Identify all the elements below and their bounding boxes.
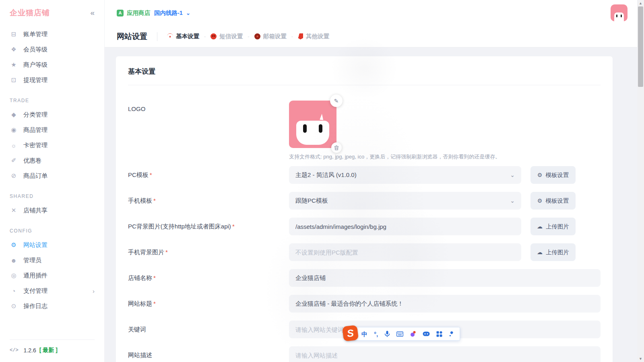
sidebar-item-cardkey[interactable]: ☼ 卡密管理 (0, 138, 104, 153)
trash-icon (334, 145, 339, 150)
payment-icon: ◔ (10, 288, 18, 294)
sidebar-item-member-level[interactable]: ❖ 会员等级 (0, 42, 104, 57)
logo-eye (303, 124, 307, 133)
sidebar-nav: ⊟ 账单管理 ❖ 会员等级 ★ 商户等级 ⊡ 提现管理 TRADE ◆ 分类管理… (0, 26, 104, 339)
pc-template-settings-button[interactable]: ⚙ 模板设置 (530, 166, 576, 184)
sidebar-item-label: 店铺共享 (23, 207, 47, 214)
sidebar-item-label: 商户等级 (23, 61, 47, 69)
sogou-logo-icon[interactable]: S (342, 325, 359, 341)
tab-separator: - (291, 33, 293, 39)
form-rows: LOGO (128, 85, 601, 362)
required-mark: * (165, 249, 168, 255)
logo-preview-wrap: ✎ (289, 101, 336, 148)
settings-card: 基本设置 LOGO (116, 56, 613, 362)
ime-punctuation-toggle[interactable]: °, (374, 331, 378, 337)
tab-other-settings[interactable]: 其他设置 (298, 33, 329, 40)
pc-background-input[interactable] (289, 218, 521, 235)
ime-settings-icon[interactable] (449, 331, 455, 337)
sidebar-item-payment[interactable]: ◔ 支付管理 › (0, 283, 104, 298)
code-icon: </> (10, 348, 19, 353)
chevron-down-icon: ⌄ (510, 197, 515, 204)
mobile-background-row: 手机背景图片* ☁ 上传图片 (128, 243, 601, 261)
scrollbar-thumb[interactable] (638, 6, 643, 87)
pencil-icon: ✎ (334, 98, 339, 104)
avatar-face (614, 12, 624, 21)
mobile-template-select[interactable]: 跟随PC模板 ⌄ (289, 192, 521, 210)
pc-background-upload-button[interactable]: ☁ 上传图片 (530, 218, 576, 235)
mobile-template-row: 手机模板* 跟随PC模板 ⌄ ⚙ 模板设置 (128, 192, 601, 210)
header-divider (157, 32, 157, 41)
mobile-background-input[interactable] (289, 243, 521, 261)
admin-icon: ☻ (10, 257, 18, 264)
tab-basic-settings[interactable]: 基本设置 (167, 33, 199, 40)
order-icon: ⊘ (10, 172, 18, 179)
coupon-icon: ✐ (10, 157, 18, 164)
scroll-down-arrow[interactable]: ▼ (637, 356, 644, 362)
sidebar-item-bills[interactable]: ⊟ 账单管理 (0, 27, 104, 42)
mobile-background-upload-button[interactable]: ☁ 上传图片 (530, 243, 576, 261)
logo-format-hint: 支持文件格式: png, jpg, jpeg, ico，更换后，记得强制刷新浏览… (289, 153, 500, 160)
logo-ahoge (320, 114, 324, 120)
sidebar-item-withdraw[interactable]: ⊡ 提现管理 (0, 72, 104, 88)
delete-logo-button[interactable] (331, 142, 342, 153)
sidebar-item-logs[interactable]: ⊙ 操作日志 (0, 298, 104, 314)
version-latest-badge[interactable]: [ 最新 ] (39, 347, 58, 354)
sidebar-header: 企业猫店铺 « (0, 0, 104, 26)
line-label: 国内线路-1 (154, 9, 183, 17)
section-label-shared: SHARED (10, 193, 95, 199)
section-title: 基本设置 (128, 56, 601, 76)
avatar-eye (616, 14, 617, 17)
site-title-input[interactable] (289, 295, 601, 313)
virtual-keyboard-icon[interactable] (396, 331, 403, 337)
emoji-picker-icon[interactable] (410, 331, 416, 337)
tab-sms-settings[interactable]: 短信设置 (211, 33, 243, 40)
app-store-icon: A (117, 10, 124, 16)
sidebar-item-label: 账单管理 (23, 31, 47, 38)
cloud-upload-icon: ☁ (537, 249, 543, 255)
sidebar-item-coupon[interactable]: ✐ 优惠卷 (0, 153, 104, 168)
member-level-icon: ❖ (10, 46, 18, 53)
shop-name-input[interactable] (289, 269, 601, 287)
sidebar-item-shop-share[interactable]: ✕ 店铺共享 (0, 203, 104, 218)
ime-toolbox-icon[interactable] (436, 331, 442, 337)
mobile-background-label: 手机背景图片* (128, 249, 289, 256)
sidebar-item-goods[interactable]: ◉ 商品管理 (0, 122, 104, 138)
logo-face (296, 121, 330, 145)
sidebar-item-category[interactable]: ◆ 分类管理 (0, 107, 104, 122)
microphone-icon[interactable] (384, 331, 390, 337)
description-input[interactable] (289, 346, 601, 362)
user-avatar[interactable] (611, 4, 627, 21)
logo-control: ✎ 支持文件格式: png, jpg, jpeg, ico，更换后，记得强制刷新… (289, 101, 500, 160)
sidebar-item-orders[interactable]: ⊘ 商品订单 (0, 168, 104, 183)
cloud-upload-icon: ☁ (537, 223, 543, 230)
ime-robot-icon[interactable] (423, 331, 430, 337)
version-row: </> 1.2.6 [ 最新 ] (10, 339, 95, 362)
vertical-scrollbar[interactable]: ▲ ▼ (637, 0, 644, 362)
ime-language-toggle[interactable]: 中 (361, 331, 367, 337)
edit-logo-button[interactable]: ✎ (330, 95, 343, 107)
sidebar-item-label: 会员等级 (23, 46, 47, 53)
tab-separator: - (204, 33, 206, 39)
mobile-template-settings-button[interactable]: ⚙ 模板设置 (530, 192, 576, 210)
sidebar-item-label: 商品管理 (23, 126, 47, 134)
ogre-face-icon (211, 33, 217, 39)
sidebar-item-plugins[interactable]: ◎ 通用插件 (0, 268, 104, 283)
sidebar-collapse-icon[interactable]: « (90, 8, 95, 17)
sidebar-item-label: 商品订单 (23, 172, 47, 180)
required-mark: * (232, 223, 235, 230)
pc-template-value: 主题2 - 简洁风 (v1.0.0) (295, 171, 357, 179)
sidebar-item-admins[interactable]: ☻ 管理员 (0, 253, 104, 268)
sidebar-item-site-settings[interactable]: ⚙ 网站设置 (0, 237, 104, 253)
chevron-right-icon: › (93, 288, 95, 294)
logo-image[interactable] (289, 101, 336, 148)
scroll-up-arrow[interactable]: ▲ (637, 0, 644, 6)
description-label: 网站描述 (128, 352, 289, 359)
pc-template-select[interactable]: 主题2 - 简洁风 (v1.0.0) ⌄ (289, 166, 521, 184)
tab-email-settings[interactable]: 邮箱设置 (254, 33, 287, 40)
logo-label: LOGO (128, 101, 289, 112)
sidebar-item-merchant-level[interactable]: ★ 商户等级 (0, 57, 104, 72)
section-label-trade: TRADE (10, 98, 95, 103)
topbar: A 应用商店 国内线路-1 ⌄ (105, 0, 637, 26)
section-label-config: CONFIG (10, 228, 95, 234)
app-store-selector[interactable]: A 应用商店 国内线路-1 ⌄ (117, 9, 190, 17)
